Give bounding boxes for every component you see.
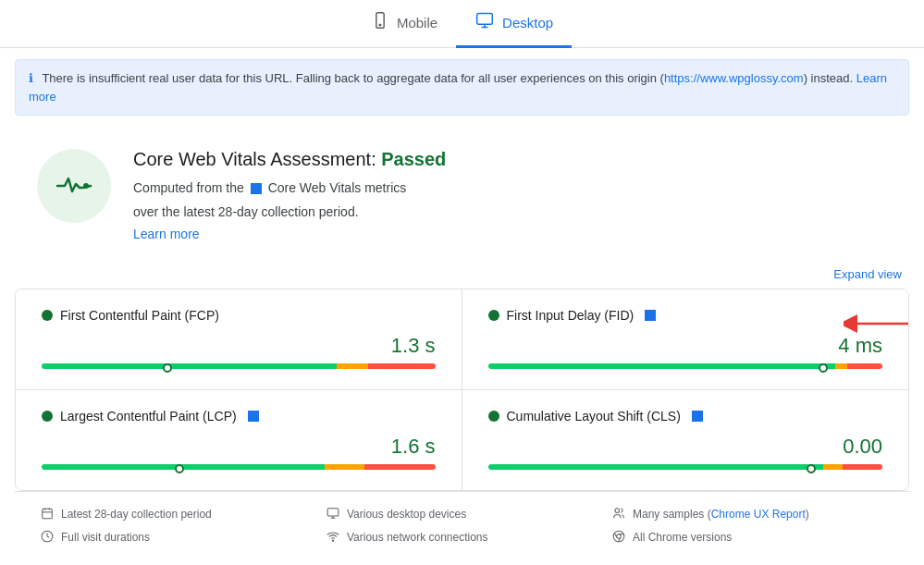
expand-view-button[interactable]: Expand view [833, 267, 902, 281]
footer-network-text: Various network connections [347, 531, 488, 544]
cls-progress [488, 464, 883, 472]
svg-point-6 [83, 183, 89, 189]
fid-title: First Input Delay (FID) [507, 308, 634, 323]
fid-green [488, 363, 835, 369]
footer-info: Latest 28-day collection period Various … [15, 491, 909, 560]
fcp-dot [42, 310, 53, 321]
svg-point-16 [615, 509, 620, 513]
footer-network: Various network connections [326, 530, 598, 546]
fid-value: 4 ms [488, 334, 883, 358]
fid-arrow [844, 310, 909, 340]
tab-mobile[interactable]: Mobile [352, 0, 456, 48]
info-banner: ℹ There is insufficient real user data f… [15, 59, 909, 116]
lcp-title: Largest Contentful Paint (LCP) [60, 409, 237, 424]
footer-samples: Many samples (Chrome UX Report) [612, 507, 883, 522]
cls-dot [488, 411, 499, 422]
svg-rect-9 [43, 509, 53, 519]
assessment-description-2: over the latest 28-day collection period… [133, 202, 446, 222]
fcp-green [42, 363, 337, 369]
calendar-icon [41, 507, 54, 522]
lcp-red [364, 464, 436, 470]
footer-devices: Various desktop devices [326, 507, 598, 522]
metric-lcp: Largest Contentful Paint (LCP) 1.6 s [16, 390, 462, 490]
footer-collection-text: Latest 28-day collection period [61, 508, 212, 521]
fcp-orange [337, 363, 368, 369]
desktop-icon [474, 11, 495, 34]
fid-marker [819, 363, 828, 373]
tab-mobile-label: Mobile [397, 15, 437, 31]
assessment-content: Core Web Vitals Assessment: Passed Compu… [133, 149, 446, 241]
cls-red [843, 464, 882, 470]
metric-fcp: First Contentful Paint (FCP) 1.3 s [16, 289, 462, 390]
fcp-red [368, 363, 435, 369]
assessment-title: Core Web Vitals Assessment: Passed [133, 149, 446, 170]
fcp-header: First Contentful Paint (FCP) [42, 308, 436, 323]
assessment-icon-wrap [37, 149, 111, 223]
svg-point-1 [379, 24, 381, 26]
fid-cwv-badge [645, 310, 656, 321]
metric-fid: First Input Delay (FID) 4 ms [462, 289, 909, 390]
footer-devices-text: Various desktop devices [347, 508, 466, 521]
expand-view-row: Expand view [0, 264, 924, 289]
lcp-value: 1.6 s [42, 435, 436, 459]
cls-title: Cumulative Layout Shift (CLS) [507, 409, 681, 424]
footer-chrome-versions: All Chrome versions [612, 530, 883, 546]
fid-orange [835, 363, 847, 369]
cls-orange [823, 464, 843, 470]
footer-collection-period: Latest 28-day collection period [41, 507, 312, 522]
svg-rect-13 [327, 509, 339, 516]
wifi-icon [326, 530, 339, 546]
lcp-progress [42, 464, 436, 472]
footer-duration-text: Full visit durations [61, 531, 150, 544]
assessment-description: Computed from the Core Web Vitals metric… [133, 178, 446, 198]
banner-link[interactable]: https://www.wpglossy.com [664, 71, 804, 85]
fid-header: First Input Delay (FID) [488, 308, 883, 323]
fid-red [847, 363, 882, 369]
cls-value: 0.00 [488, 435, 883, 459]
chrome-ux-report-link[interactable]: Chrome UX Report [711, 508, 806, 521]
svg-point-18 [332, 540, 333, 541]
footer-chrome-text: All Chrome versions [633, 531, 732, 544]
banner-text-after: ) instead. [804, 71, 856, 85]
vitals-icon [52, 164, 96, 208]
cls-header: Cumulative Layout Shift (CLS) [488, 409, 883, 424]
cls-marker [807, 464, 816, 473]
page-container: Mobile Desktop ℹ There is insufficient r… [0, 0, 924, 565]
fid-dot [488, 310, 499, 321]
cwv-badge [251, 183, 262, 194]
assessment-status: Passed [381, 149, 446, 169]
info-icon: ℹ [29, 71, 33, 85]
assessment-section: Core Web Vitals Assessment: Passed Compu… [0, 127, 924, 264]
assessment-learn-more[interactable]: Learn more [133, 227, 200, 241]
cls-green [488, 464, 824, 470]
footer-duration: Full visit durations [41, 530, 312, 546]
metric-cls: Cumulative Layout Shift (CLS) 0.00 [462, 390, 909, 490]
tab-desktop[interactable]: Desktop [456, 0, 572, 48]
lcp-header: Largest Contentful Paint (LCP) [42, 409, 436, 424]
svg-rect-2 [477, 14, 493, 25]
fcp-marker [163, 363, 172, 373]
tab-bar: Mobile Desktop [0, 0, 924, 48]
timer-icon [41, 530, 54, 546]
desktop-small-icon [326, 507, 339, 522]
banner-text: There is insufficient real user data for… [42, 71, 664, 85]
lcp-marker [175, 464, 184, 473]
fcp-progress [42, 363, 436, 371]
mobile-icon [371, 11, 389, 34]
users-icon [612, 507, 625, 522]
fcp-title: First Contentful Paint (FCP) [60, 308, 219, 323]
fcp-value: 1.3 s [42, 334, 436, 358]
lcp-dot [42, 411, 53, 422]
metrics-container: First Contentful Paint (FCP) 1.3 s First [0, 289, 924, 565]
chrome-icon [612, 530, 625, 546]
lcp-orange [325, 464, 364, 470]
lcp-cwv-badge [248, 411, 259, 422]
tab-desktop-label: Desktop [502, 15, 553, 31]
metrics-grid: First Contentful Paint (FCP) 1.3 s First [15, 289, 909, 491]
footer-samples-text: Many samples (Chrome UX Report) [633, 508, 809, 521]
fid-progress [488, 363, 883, 371]
cls-cwv-badge [692, 411, 703, 422]
